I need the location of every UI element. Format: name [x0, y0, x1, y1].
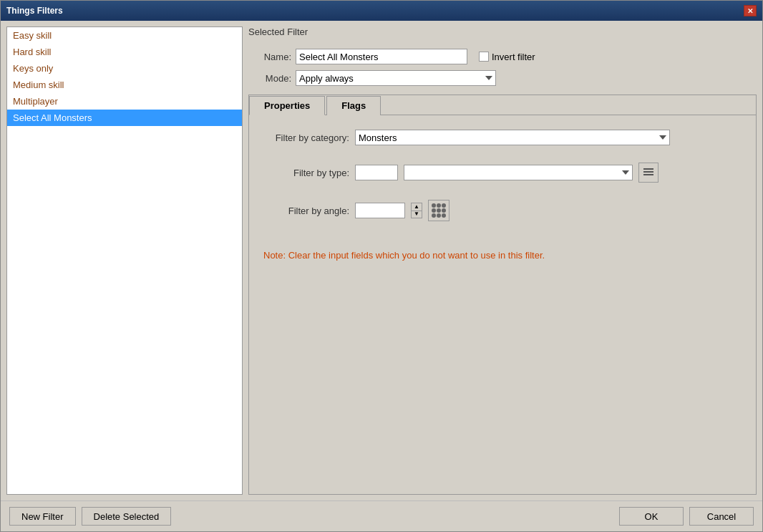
svg-rect-0 — [643, 168, 653, 170]
tab-flags[interactable]: Flags — [326, 96, 381, 115]
list-icon — [643, 167, 654, 178]
name-group: Name: — [248, 49, 467, 64]
cancel-button[interactable]: Cancel — [689, 507, 754, 526]
filter-list: Easy skill Hard skill Keys only Medium s… — [6, 26, 243, 495]
invert-label: Invert filter — [492, 52, 535, 62]
category-row: Filter by category: Monsters (none) Deco… — [263, 130, 742, 145]
tabs-container: Properties Flags Filter by category: Mon… — [248, 95, 757, 495]
title-bar: Things Filters ✕ — [1, 1, 762, 21]
angle-grid-button[interactable] — [428, 200, 449, 221]
mode-label: Mode: — [248, 73, 291, 84]
list-item[interactable]: Keys only — [7, 60, 242, 77]
name-label: Name: — [248, 52, 291, 62]
svg-rect-2 — [643, 174, 653, 175]
delete-selected-button[interactable]: Delete Selected — [82, 507, 172, 526]
invert-checkbox[interactable] — [479, 52, 489, 62]
tabs-header: Properties Flags — [249, 95, 756, 115]
tab-properties[interactable]: Properties — [249, 96, 325, 115]
list-item[interactable]: Medium skill — [7, 77, 242, 93]
list-item[interactable]: Easy skill — [7, 27, 242, 44]
angle-label: Filter by angle: — [263, 205, 349, 216]
section-title: Selected Filter — [248, 26, 757, 37]
type-label: Filter by type: — [263, 168, 349, 178]
name-mode-row: Name: Invert filter — [248, 49, 757, 64]
list-item[interactable]: Multiplayer — [7, 93, 242, 110]
bottom-bar: New Filter Delete Selected OK Cancel — [1, 500, 762, 531]
form-area: Name: Invert filter Mode: Apply always A… — [248, 44, 757, 90]
type-input-small[interactable] — [355, 165, 398, 180]
tab-content-properties: Filter by category: Monsters (none) Deco… — [249, 115, 756, 494]
angle-input[interactable] — [355, 203, 405, 218]
mode-group: Mode: Apply always Apply in normal mode … — [248, 70, 757, 86]
window-title: Things Filters — [6, 6, 63, 16]
right-panel: Selected Filter Name: Invert filter Mode… — [248, 26, 757, 495]
angle-row: Filter by angle: ▲ ▼ — [263, 200, 742, 221]
list-item-selected[interactable]: Select All Monsters — [7, 110, 242, 126]
things-filters-dialog: Things Filters ✕ Easy skill Hard skill K… — [0, 0, 763, 532]
invert-area: Invert filter — [479, 52, 535, 62]
name-input[interactable] — [296, 49, 467, 64]
angle-spinner: ▲ ▼ — [411, 203, 422, 218]
dialog-body: Easy skill Hard skill Keys only Medium s… — [1, 21, 762, 500]
new-filter-button[interactable]: New Filter — [9, 507, 76, 526]
mode-dropdown-wrapper: Apply always Apply in normal mode Apply … — [296, 70, 496, 86]
svg-rect-1 — [643, 171, 653, 173]
category-label: Filter by category: — [263, 132, 349, 143]
type-row: Filter by type: — [263, 163, 742, 183]
category-select[interactable]: Monsters (none) Decorations Weapons Keys… — [355, 130, 670, 145]
type-icon-button[interactable] — [638, 163, 658, 183]
angle-down-button[interactable]: ▼ — [412, 211, 422, 218]
note-text: Note: Clear the input fields which you d… — [263, 250, 742, 261]
ok-button[interactable]: OK — [619, 507, 684, 526]
type-dropdown[interactable] — [404, 165, 633, 180]
list-item[interactable]: Hard skill — [7, 44, 242, 60]
angle-up-button[interactable]: ▲ — [412, 203, 422, 211]
close-button[interactable]: ✕ — [744, 5, 757, 16]
grid-icon — [432, 203, 446, 218]
mode-select[interactable]: Apply always Apply in normal mode Apply … — [296, 70, 496, 86]
